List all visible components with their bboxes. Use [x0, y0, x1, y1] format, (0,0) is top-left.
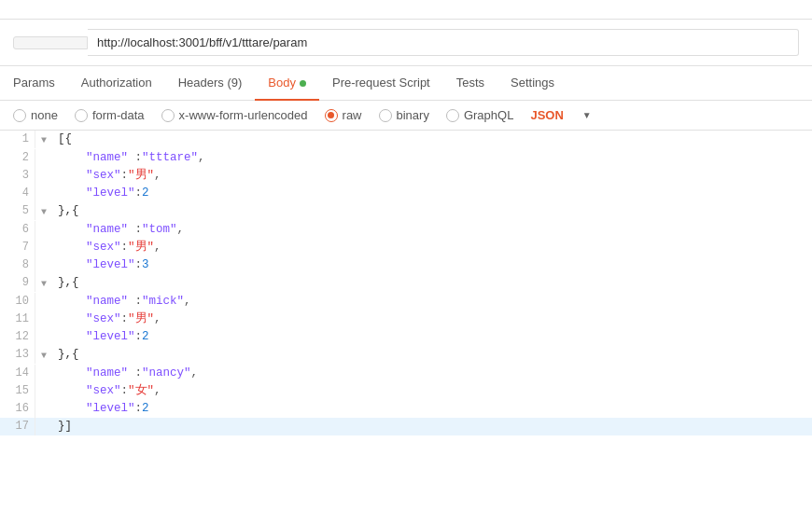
radio-circle-binary [379, 109, 392, 122]
line-number: 8 [0, 256, 35, 274]
code-line-12: 12 "level":2 [0, 328, 812, 346]
url-input[interactable] [88, 29, 799, 56]
line-toggle-icon[interactable]: ▼ [35, 346, 52, 365]
line-toggle-icon [35, 418, 52, 419]
line-number: 17 [0, 418, 35, 435]
line-content: "name" :"tom", [52, 221, 812, 239]
code-line-4: 4 "level":2 [0, 185, 812, 202]
radio-label-binary: binary [397, 108, 429, 122]
line-content: },{ [52, 346, 812, 364]
line-toggle-icon [35, 293, 52, 294]
code-line-7: 7 "sex":"男", [0, 239, 812, 256]
line-content: [{ [52, 131, 812, 148]
line-number: 14 [0, 365, 35, 382]
tab-body[interactable]: Body [255, 66, 319, 101]
line-number: 4 [0, 185, 35, 202]
line-toggle-icon [35, 382, 52, 383]
line-toggle-icon[interactable]: ▼ [35, 274, 52, 293]
radio-label-graphql: GraphQL [464, 108, 513, 122]
code-line-13: 13▼},{ [0, 346, 812, 365]
line-number: 5 [0, 202, 35, 220]
radio-none[interactable]: none [13, 108, 58, 122]
code-line-5: 5▼},{ [0, 202, 812, 221]
code-line-3: 3 "sex":"男", [0, 167, 812, 185]
code-line-9: 9▼},{ [0, 274, 812, 293]
line-number: 13 [0, 346, 35, 364]
line-number: 11 [0, 311, 35, 328]
radio-raw[interactable]: raw [325, 108, 362, 122]
method-dropdown[interactable] [13, 36, 88, 49]
tab-prerequest[interactable]: Pre-request Script [319, 66, 443, 101]
radio-circle-none [13, 109, 26, 122]
line-number: 16 [0, 400, 35, 418]
line-content: "level":3 [52, 256, 812, 274]
line-number: 12 [0, 328, 35, 346]
tab-params[interactable]: Params [13, 66, 68, 101]
code-line-17: 17}] [0, 418, 812, 435]
url-bar [0, 20, 812, 66]
code-line-16: 16 "level":2 [0, 400, 812, 418]
tab-settings[interactable]: Settings [497, 66, 567, 101]
line-toggle-icon [35, 221, 52, 222]
code-line-14: 14 "name" :"nancy", [0, 365, 812, 382]
code-line-11: 11 "sex":"男", [0, 311, 812, 328]
tabs-bar: ParamsAuthorizationHeaders (9)BodyPre-re… [0, 66, 812, 101]
radio-label-urlencoded: x-www-form-urlencoded [179, 108, 308, 122]
line-number: 15 [0, 382, 35, 400]
line-toggle-icon [35, 328, 52, 329]
line-content: "level":2 [52, 400, 812, 418]
line-toggle-icon[interactable]: ▼ [35, 202, 52, 221]
tab-authorization[interactable]: Authorization [68, 66, 165, 101]
line-number: 1 [0, 131, 35, 148]
json-format-label[interactable]: JSON [530, 108, 563, 122]
code-line-8: 8 "level":3 [0, 256, 812, 274]
code-line-15: 15 "sex":"女", [0, 382, 812, 400]
code-editor[interactable]: 1▼[{2 "name" :"tttare",3 "sex":"男",4 "le… [0, 131, 812, 435]
radio-label-raw: raw [343, 108, 362, 122]
radio-urlencoded[interactable]: x-www-form-urlencoded [161, 108, 308, 122]
radio-circle-form-data [75, 109, 88, 122]
line-content: },{ [52, 274, 812, 292]
line-toggle-icon [35, 400, 52, 401]
line-content: "level":2 [52, 185, 812, 202]
radio-circle-graphql [446, 109, 459, 122]
title-bar [0, 0, 812, 20]
line-toggle-icon [35, 365, 52, 366]
line-number: 3 [0, 167, 35, 185]
line-number: 2 [0, 149, 35, 167]
line-content: },{ [52, 202, 812, 220]
line-content: "sex":"男", [52, 167, 812, 185]
radio-bar: noneform-datax-www-form-urlencodedrawbin… [0, 101, 812, 131]
line-content: "sex":"女", [52, 382, 812, 400]
radio-form-data[interactable]: form-data [75, 108, 145, 122]
line-toggle-icon [35, 256, 52, 257]
json-dropdown-arrow-icon[interactable]: ▼ [582, 110, 592, 120]
line-toggle-icon [35, 167, 52, 168]
tab-tests[interactable]: Tests [443, 66, 497, 101]
line-number: 9 [0, 274, 35, 292]
radio-graphql[interactable]: GraphQL [446, 108, 513, 122]
code-line-1: 1▼[{ [0, 131, 812, 149]
code-line-2: 2 "name" :"tttare", [0, 149, 812, 167]
line-content: "sex":"男", [52, 239, 812, 256]
line-toggle-icon [35, 311, 52, 311]
line-number: 7 [0, 239, 35, 256]
radio-circle-raw [325, 109, 338, 122]
code-line-6: 6 "name" :"tom", [0, 221, 812, 239]
line-number: 10 [0, 293, 35, 311]
radio-label-none: none [31, 108, 58, 122]
line-content: }] [52, 418, 812, 435]
line-content: "sex":"男", [52, 311, 812, 328]
radio-label-form-data: form-data [92, 108, 145, 122]
line-content: "level":2 [52, 328, 812, 346]
line-toggle-icon [35, 149, 52, 150]
line-content: "name" :"nancy", [52, 365, 812, 382]
radio-binary[interactable]: binary [379, 108, 429, 122]
line-content: "name" :"tttare", [52, 149, 812, 167]
line-toggle-icon [35, 185, 52, 186]
line-toggle-icon[interactable]: ▼ [35, 131, 52, 149]
tab-headers[interactable]: Headers (9) [165, 66, 256, 101]
line-toggle-icon [35, 239, 52, 240]
line-number: 6 [0, 221, 35, 239]
line-content: "name" :"mick", [52, 293, 812, 311]
